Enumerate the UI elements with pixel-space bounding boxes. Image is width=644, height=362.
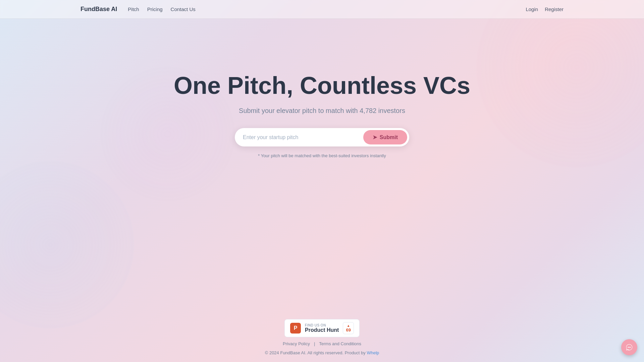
navbar: FundBase AI Pitch Pricing Contact Us Log… (0, 0, 644, 19)
footer: P FIND US ON Product Hunt ▲ 69 Privacy P… (0, 312, 644, 362)
send-icon: ➤ (373, 134, 377, 140)
brand-logo[interactable]: FundBase AI (80, 6, 117, 13)
svg-point-0 (628, 347, 629, 348)
product-hunt-name: Product Hunt (305, 327, 339, 333)
login-link[interactable]: Login (526, 6, 538, 12)
product-hunt-find-label: FIND US ON (305, 323, 339, 327)
upvote-arrow-icon: ▲ (347, 324, 350, 327)
chat-button[interactable] (621, 339, 637, 355)
submit-button[interactable]: ➤ Submit (363, 130, 407, 144)
footer-links: Privacy Policy | Terms and Conditions (283, 341, 361, 346)
terms-link[interactable]: Terms and Conditions (319, 341, 361, 346)
hero-title: One Pitch, Countless VCs (174, 72, 470, 99)
nav-link-pricing[interactable]: Pricing (147, 6, 163, 12)
register-link[interactable]: Register (545, 6, 564, 12)
footer-separator: | (314, 341, 315, 346)
product-hunt-text: FIND US ON Product Hunt (305, 323, 339, 333)
pitch-note: * Your pitch will be matched with the be… (258, 153, 386, 158)
footer-copyright: © 2024 FundBase AI. All rights reserved.… (265, 350, 379, 355)
hero-subtitle: Submit your elevator pitch to match with… (239, 107, 405, 115)
svg-point-1 (629, 347, 630, 348)
nav-link-contact[interactable]: Contact Us (171, 6, 196, 12)
copyright-text: © 2024 FundBase AI. All rights reserved.… (265, 350, 367, 355)
nav-links: Pitch Pricing Contact Us (128, 6, 526, 12)
nav-link-pitch[interactable]: Pitch (128, 6, 139, 12)
submit-label: Submit (380, 134, 398, 140)
nav-auth: Login Register (526, 6, 564, 12)
product-hunt-logo: P (290, 323, 301, 334)
svg-point-2 (630, 347, 631, 348)
chat-icon (626, 344, 633, 351)
product-hunt-badge[interactable]: P FIND US ON Product Hunt ▲ 69 (284, 319, 360, 337)
product-hunt-votes: ▲ 69 (343, 322, 354, 334)
pitch-form: ➤ Submit (235, 128, 409, 146)
whelp-link[interactable]: Whelp (367, 350, 379, 355)
vote-count: 69 (346, 327, 351, 333)
pitch-input[interactable] (243, 134, 363, 140)
privacy-policy-link[interactable]: Privacy Policy (283, 341, 310, 346)
hero-section: One Pitch, Countless VCs Submit your ele… (0, 19, 644, 185)
